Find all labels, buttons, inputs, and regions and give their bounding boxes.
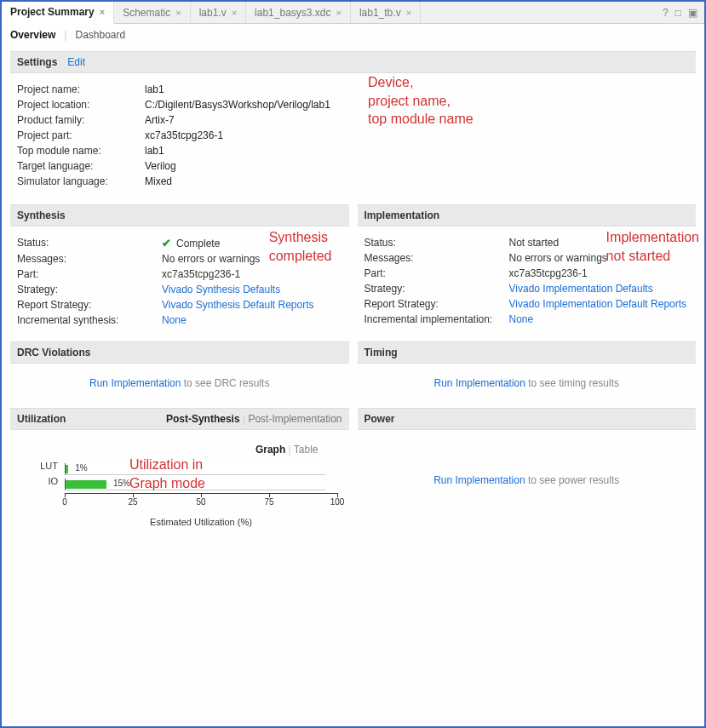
synth-report-strategy-value[interactable]: Vivado Synthesis Default Reports [162, 299, 314, 311]
tab-schematic[interactable]: Schematic × [114, 2, 190, 23]
tab-lab1-basys3-xdc[interactable]: lab1_basys3.xdc × [246, 2, 351, 23]
editor-tabstrip: Project Summary × Schematic × lab1.v × l… [2, 2, 704, 24]
settings-body: Project name:lab1 Project location:C:/Di… [10, 73, 696, 204]
impl-incremental-value[interactable]: None [509, 313, 534, 325]
simulator-language-value[interactable]: Mixed [145, 175, 172, 187]
synthesis-title: Synthesis [17, 209, 66, 221]
tab-label: lab1_basys3.xdc [255, 7, 330, 19]
drc-header: DRC Violations [10, 341, 349, 364]
implementation-title: Implementation [364, 209, 440, 221]
project-part-label: Project part: [17, 129, 145, 141]
impl-strategy-label: Strategy: [364, 283, 509, 295]
synth-strategy-label: Strategy: [17, 284, 162, 295]
synth-incremental-value[interactable]: None [162, 314, 187, 326]
implementation-header: Implementation [358, 204, 697, 226]
product-family-value: Artix-7 [145, 114, 175, 126]
project-location-label: Project location: [17, 99, 145, 111]
simulator-language-label: Simulator language: [17, 175, 145, 187]
util-category-label: IO [32, 476, 58, 486]
timing-rest-text: to see timing results [525, 377, 619, 389]
check-icon: ✔ [162, 237, 171, 249]
util-track: 1% [65, 463, 325, 475]
synth-status-label: Status: [17, 237, 162, 249]
synth-report-strategy-label: Report Strategy: [17, 299, 162, 311]
synth-status-text: Complete [176, 238, 220, 249]
drc-rest-text: to see DRC results [181, 377, 269, 389]
project-name-value: lab1 [145, 83, 164, 95]
settings-header: Settings Edit [10, 51, 696, 73]
impl-status-label: Status: [364, 237, 509, 249]
close-icon[interactable]: × [336, 8, 341, 18]
drc-body: Run Implementation to see DRC results [10, 364, 349, 408]
utilization-tab-post-implementation[interactable]: Post-Implementation [248, 413, 342, 425]
utilization-view-table[interactable]: Table [294, 444, 319, 456]
util-tick-label: 0 [62, 497, 67, 507]
vivado-project-summary-window: Project Summary × Schematic × lab1.v × l… [0, 0, 706, 728]
target-language-label: Target language: [17, 160, 145, 172]
restore-icon[interactable]: ▣ [688, 7, 697, 19]
tab-label: lab1_tb.v [359, 7, 401, 19]
power-title: Power [364, 413, 395, 425]
impl-incremental-label: Incremental implementation: [364, 313, 509, 325]
utilization-chart: LUT1%IO15%0255075100Estimated Utilizatio… [17, 459, 342, 530]
settings-edit-link[interactable]: Edit [67, 56, 85, 68]
util-bar [66, 480, 106, 489]
synth-incremental-label: Incremental synthesis: [17, 314, 162, 326]
separator: | [64, 29, 66, 41]
util-track: 15% [65, 479, 325, 490]
utilization-view-graph[interactable]: Graph [255, 444, 285, 456]
tab-project-summary[interactable]: Project Summary × [2, 2, 114, 24]
content-area: Settings Edit Project name:lab1 Project … [2, 46, 704, 556]
synthesis-header: Synthesis [10, 204, 349, 226]
maximize-icon[interactable]: □ [675, 7, 681, 19]
util-category-label: LUT [32, 461, 58, 471]
drc-title: DRC Violations [17, 347, 90, 358]
util-bar [66, 465, 68, 473]
impl-report-strategy-value[interactable]: Vivado Implementation Default Reports [509, 298, 687, 310]
synth-part-value: xc7a35tcpg236-1 [162, 268, 240, 280]
settings-title: Settings [17, 56, 57, 68]
help-icon[interactable]: ? [663, 7, 669, 19]
power-rest-text: to see power results [525, 474, 620, 486]
close-icon[interactable]: × [406, 8, 411, 18]
synth-part-label: Part: [17, 268, 162, 280]
impl-part-label: Part: [364, 267, 509, 279]
subtab-dashboard[interactable]: Dashboard [76, 29, 126, 41]
utilization-title: Utilization [17, 413, 66, 425]
top-module-value[interactable]: lab1 [145, 145, 164, 157]
implementation-body: Status:Not started Messages:No errors or… [358, 226, 697, 341]
impl-messages-value: No errors or warnings [509, 252, 607, 264]
synth-messages-label: Messages: [17, 253, 162, 265]
top-module-label: Top module name: [17, 145, 145, 157]
synth-strategy-value[interactable]: Vivado Synthesis Defaults [162, 284, 280, 295]
target-language-value[interactable]: Verilog [145, 160, 176, 172]
utilization-body: Graph | Table LUT1%IO15%0255075100Estima… [10, 430, 349, 547]
power-body: Run Implementation to see power results [358, 430, 697, 524]
tab-lab1-v[interactable]: lab1.v × [191, 2, 246, 23]
timing-body: Run Implementation to see timing results [358, 364, 697, 408]
tab-label: Schematic [123, 7, 170, 19]
synth-messages-value: No errors or warnings [162, 253, 260, 265]
utilization-tab-post-synthesis[interactable]: Post-Synthesis [166, 413, 240, 425]
close-icon[interactable]: × [175, 8, 181, 18]
util-percent-label: 15% [113, 479, 130, 488]
util-axis: 0255075100 [65, 493, 337, 505]
close-icon[interactable]: × [100, 7, 105, 17]
util-percent-label: 1% [75, 463, 87, 473]
power-run-implementation-link[interactable]: Run Implementation [433, 474, 525, 486]
project-part-value[interactable]: xc7a35tcpg236-1 [145, 129, 223, 141]
impl-report-strategy-label: Report Strategy: [364, 298, 509, 310]
util-tick-label: 100 [330, 497, 345, 507]
impl-strategy-value[interactable]: Vivado Implementation Defaults [509, 283, 653, 295]
tab-lab1-tb-v[interactable]: lab1_tb.v × [351, 2, 421, 23]
drc-run-implementation-link[interactable]: Run Implementation [89, 377, 181, 389]
utilization-header: Utilization Post-Synthesis | Post-Implem… [10, 408, 349, 430]
timing-run-implementation-link[interactable]: Run Implementation [434, 377, 525, 389]
close-icon[interactable]: × [232, 8, 237, 18]
util-tick-label: 25 [128, 497, 137, 507]
synth-status-value: ✔Complete [162, 237, 220, 249]
impl-part-value: xc7a35tcpg236-1 [509, 267, 588, 279]
project-name-label: Project name: [17, 83, 145, 95]
timing-header: Timing [358, 341, 697, 364]
subtab-overview[interactable]: Overview [10, 29, 55, 41]
